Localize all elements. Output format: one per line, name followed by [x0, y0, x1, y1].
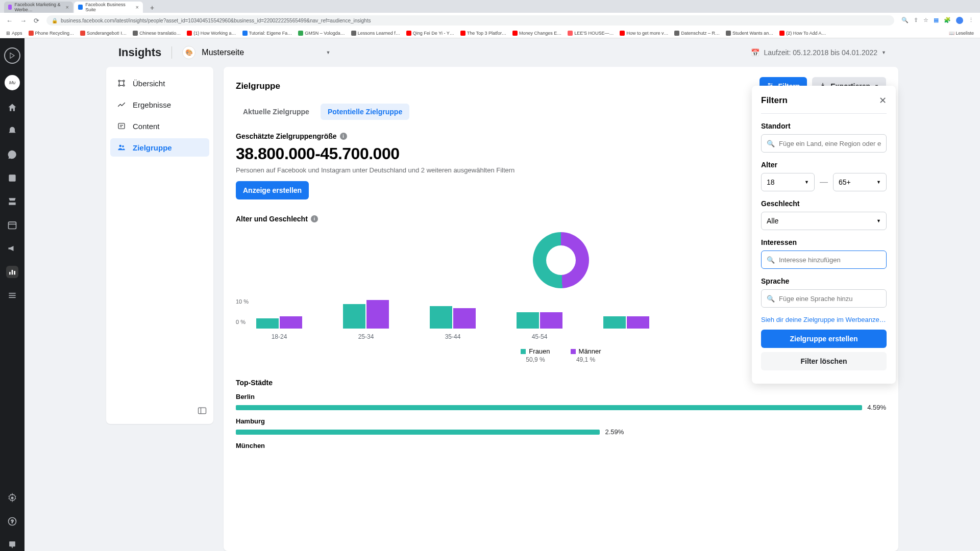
- gear-icon[interactable]: [6, 492, 18, 504]
- gender-donut-chart: [533, 232, 589, 288]
- pixel-icon[interactable]: ▦: [934, 17, 939, 24]
- button-label: Filter löschen: [800, 357, 847, 365]
- bookmark[interactable]: Student Wants an…: [726, 31, 773, 36]
- svg-rect-1: [9, 174, 15, 181]
- interests-field[interactable]: [779, 256, 881, 264]
- interests-input[interactable]: 🔍: [761, 251, 887, 269]
- bookmark[interactable]: Chinese translatio…: [133, 31, 181, 36]
- sidebar-item-results[interactable]: Ergebnisse: [110, 95, 209, 114]
- sidebar-item-content[interactable]: Content: [110, 117, 209, 135]
- app-logo-icon[interactable]: [4, 47, 20, 64]
- city-pct: 2.59%: [605, 428, 624, 436]
- zoom-icon[interactable]: 🔍: [901, 17, 909, 24]
- close-icon[interactable]: ✕: [879, 95, 887, 106]
- swatch-icon: [571, 349, 576, 354]
- info-icon[interactable]: i: [311, 215, 318, 222]
- bookmark[interactable]: Money Changes E…: [512, 31, 561, 36]
- browser-tab-active[interactable]: Facebook Business Suite ×: [74, 2, 143, 13]
- reading-list[interactable]: 📖 Leseliste: [949, 31, 974, 36]
- star-icon[interactable]: ☆: [923, 17, 928, 24]
- help-icon[interactable]: ?: [6, 515, 18, 528]
- back-icon[interactable]: ←: [6, 17, 13, 24]
- chevron-down-icon: ▼: [326, 50, 330, 55]
- bookmark[interactable]: GMSN – Vologda…: [298, 31, 345, 36]
- bookmark[interactable]: Tutorial: Eigene Fa…: [242, 31, 292, 36]
- gender-select[interactable]: Alle▼: [761, 212, 887, 230]
- bar-women: [603, 316, 626, 329]
- search-icon: 🔍: [767, 295, 775, 303]
- bookmark[interactable]: How to get more v…: [620, 31, 668, 36]
- location-input[interactable]: 🔍: [761, 134, 887, 153]
- bar-women: [256, 318, 279, 329]
- feedback-icon[interactable]: [6, 539, 18, 551]
- bookmark[interactable]: Datenschutz – R…: [674, 31, 720, 36]
- select-value: 65+: [839, 178, 851, 186]
- sidebar-item-label: Content: [133, 122, 160, 131]
- sidebar-item-label: Ergebnisse: [133, 101, 171, 109]
- label-text: Geschätzte Zielgruppengröße: [236, 132, 337, 140]
- date-range-picker[interactable]: 📅 Laufzeit: 05.12.2018 bis 04.01.2022 ▼: [751, 48, 886, 57]
- sidebar-item-overview[interactable]: Übersicht: [110, 74, 209, 92]
- svg-rect-4: [9, 272, 11, 274]
- chevron-down-icon: ▼: [804, 180, 809, 185]
- bookmark[interactable]: Lessons Learned f…: [351, 31, 400, 36]
- nav-bar: ← → ⟳ 🔒 business.facebook.com/latest/ins…: [0, 13, 980, 28]
- city-row: Berlin4.59%: [236, 393, 886, 411]
- ads-manager-link[interactable]: Sieh dir deine Zielgruppe im Werbeanzeig…: [761, 316, 887, 323]
- browser-tab[interactable]: Facebook Marketing & Werbe… ×: [4, 2, 73, 13]
- city-row: München: [236, 442, 886, 449]
- insights-icon[interactable]: [6, 266, 18, 278]
- collapse-sidebar-icon[interactable]: [197, 406, 207, 418]
- megaphone-icon[interactable]: [6, 242, 18, 255]
- chevron-down-icon: ▼: [876, 180, 881, 185]
- age-min-select[interactable]: 18▼: [761, 173, 815, 191]
- menu-icon[interactable]: ⋮: [968, 17, 974, 24]
- bookmark[interactable]: (2) How To Add A…: [779, 31, 826, 36]
- url-bar[interactable]: 🔒 business.facebook.com/latest/insights/…: [46, 15, 894, 26]
- results-icon: [116, 99, 127, 110]
- home-icon[interactable]: [6, 102, 18, 114]
- tab-close-icon[interactable]: ×: [66, 4, 69, 10]
- profile-icon[interactable]: [956, 17, 963, 24]
- divider: [761, 113, 887, 114]
- language-label: Sprache: [761, 277, 887, 285]
- sidebar-item-audience[interactable]: Zielgruppe: [110, 138, 209, 157]
- info-icon[interactable]: i: [340, 133, 347, 140]
- chat-icon[interactable]: [6, 148, 18, 161]
- forward-icon[interactable]: →: [20, 17, 27, 24]
- hamburger-icon[interactable]: [6, 289, 18, 302]
- bell-icon[interactable]: [6, 125, 18, 137]
- create-ad-button[interactable]: Anzeige erstellen: [236, 181, 309, 199]
- calendar-icon[interactable]: [6, 219, 18, 231]
- city-name: Berlin: [236, 393, 886, 400]
- bookmark[interactable]: (1) How Working a…: [187, 31, 236, 36]
- tab-current-audience[interactable]: Aktuelle Zielgruppe: [236, 104, 316, 120]
- extension-icon[interactable]: 🧩: [944, 17, 951, 24]
- commerce-icon[interactable]: [6, 195, 18, 208]
- y-tick: 10 %: [236, 298, 249, 305]
- bar-men: [627, 316, 649, 329]
- apps-button[interactable]: ⊞ Apps: [6, 31, 22, 36]
- location-field[interactable]: [779, 140, 881, 147]
- page-avatar[interactable]: Mu: [5, 75, 20, 90]
- reload-icon[interactable]: ⟳: [34, 17, 39, 24]
- share-icon[interactable]: ⇧: [914, 17, 918, 24]
- create-audience-button[interactable]: Zielgruppe erstellen: [761, 330, 887, 348]
- clear-filter-button[interactable]: Filter löschen: [761, 352, 887, 370]
- tab-close-icon[interactable]: ×: [136, 4, 139, 10]
- age-max-select[interactable]: 65+▼: [833, 173, 887, 191]
- language-input[interactable]: 🔍: [761, 289, 887, 308]
- svg-rect-5: [12, 270, 13, 274]
- svg-point-32: [769, 83, 770, 84]
- bookmark[interactable]: LEE'S HOUSE—…: [568, 31, 614, 36]
- language-field[interactable]: [779, 295, 881, 303]
- chevron-down-icon: ▼: [876, 218, 881, 223]
- tab-potential-audience[interactable]: Potentielle Zielgruppe: [321, 104, 409, 120]
- bookmark[interactable]: The Top 3 Platfor…: [460, 31, 506, 36]
- bookmark[interactable]: Qing Fei De Yi - Y…: [406, 31, 454, 36]
- new-tab-button[interactable]: +: [147, 3, 157, 13]
- bookmark[interactable]: Phone Recycling…: [29, 31, 75, 36]
- posts-icon[interactable]: [6, 172, 18, 184]
- bookmark[interactable]: Sonderangebot! I…: [80, 31, 127, 36]
- page-picker[interactable]: 🎨 Musterseite ▼: [182, 42, 335, 63]
